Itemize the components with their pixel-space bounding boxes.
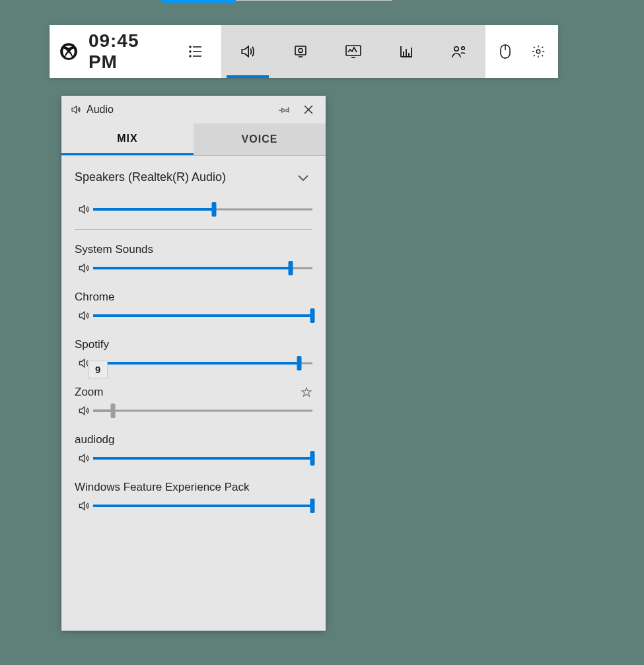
volume-icon[interactable] — [75, 203, 93, 216]
app-label: Chrome — [75, 291, 312, 304]
svg-point-18 — [454, 47, 458, 51]
star-icon[interactable] — [301, 386, 312, 398]
pin-button[interactable] — [273, 98, 297, 122]
app-volume-audiodg: audiodg — [75, 433, 312, 466]
output-device-selector[interactable]: Speakers (Realtek(R) Audio) — [75, 170, 312, 184]
app-label: audiodg — [75, 433, 312, 446]
app-name: Windows Feature Experience Pack — [75, 481, 250, 494]
svg-point-1 — [190, 46, 191, 48]
app-volume-spotify: Spotify9 — [75, 338, 312, 371]
svg-point-3 — [190, 51, 191, 52]
widgets-list-button[interactable] — [182, 25, 208, 78]
svg-point-22 — [536, 50, 540, 53]
audio-tabs: MIX VOICE — [61, 123, 326, 156]
audio-panel-header: Audio — [61, 96, 326, 123]
app-volume-slider[interactable] — [93, 403, 312, 419]
app-volume-windows-feature-experience-pack: Windows Feature Experience Pack — [75, 481, 312, 514]
volume-icon[interactable] — [75, 499, 93, 512]
separator — [75, 229, 312, 230]
app-volume-slider[interactable] — [93, 308, 312, 324]
app-label: Spotify — [75, 338, 312, 351]
app-name: Spotify — [75, 338, 109, 351]
master-volume-row — [75, 201, 312, 217]
svg-rect-10 — [346, 46, 361, 55]
app-volume-slider[interactable] — [93, 355, 312, 371]
tab-voice[interactable]: VOICE — [194, 123, 326, 155]
app-label: Windows Feature Experience Pack — [75, 481, 312, 494]
app-volume-row — [75, 260, 312, 276]
app-volume-row — [75, 498, 312, 514]
app-volume-row — [75, 403, 312, 419]
clock-time: 09:45 PM — [89, 30, 171, 73]
app-volume-row — [75, 450, 312, 466]
app-name: audiodg — [75, 433, 115, 446]
close-button[interactable] — [297, 98, 320, 122]
audio-button[interactable] — [221, 25, 274, 78]
app-volume-row — [75, 308, 312, 324]
settings-button[interactable] — [522, 25, 555, 78]
xbox-social-button[interactable] — [433, 25, 485, 78]
output-device-name: Speakers (Realtek(R) Audio) — [75, 170, 226, 184]
audio-content: Speakers (Realtek(R) Audio) System Sound… — [61, 156, 326, 631]
volume-icon[interactable] — [75, 404, 93, 417]
volume-icon[interactable] — [75, 262, 93, 275]
master-volume-slider[interactable] — [93, 201, 312, 217]
top-divider — [236, 0, 392, 1]
svg-point-5 — [190, 55, 191, 57]
toolbar-mid-section — [221, 25, 485, 78]
game-bar-toolbar: 09:45 PM — [50, 25, 558, 78]
capture-button[interactable] — [274, 25, 327, 78]
audio-panel: Audio MIX VOICE Speakers (Realtek(R) Aud… — [61, 96, 326, 631]
volume-icon[interactable] — [75, 309, 93, 322]
svg-rect-7 — [295, 46, 306, 55]
performance-button[interactable] — [327, 25, 380, 78]
toolbar-left-section: 09:45 PM — [50, 25, 221, 78]
resources-button[interactable] — [380, 25, 433, 78]
xbox-icon[interactable] — [59, 42, 79, 61]
app-label: Zoom — [75, 386, 312, 399]
app-volume-slider[interactable] — [93, 450, 312, 466]
app-name: Chrome — [75, 291, 114, 304]
slider-tooltip: 9 — [88, 361, 108, 378]
app-name: Zoom — [75, 386, 103, 399]
app-volume-chrome: Chrome — [75, 291, 312, 324]
tab-mix[interactable]: MIX — [61, 123, 194, 155]
app-volume-zoom: Zoom — [75, 386, 312, 419]
app-volume-system-sounds: System Sounds — [75, 243, 312, 276]
app-volume-slider[interactable] — [93, 260, 312, 276]
app-volume-row — [75, 355, 312, 371]
app-volume-slider[interactable] — [93, 498, 312, 514]
mouse-button[interactable] — [489, 25, 522, 78]
svg-point-19 — [462, 47, 465, 50]
app-name: System Sounds — [75, 243, 153, 256]
svg-point-8 — [299, 49, 303, 53]
volume-icon[interactable] — [75, 452, 93, 465]
audio-panel-title: Audio — [85, 104, 273, 116]
top-accent-bar — [162, 0, 236, 3]
toolbar-right-section — [485, 25, 558, 78]
app-label: System Sounds — [75, 243, 312, 256]
chevron-down-icon — [297, 173, 312, 182]
speaker-icon — [67, 104, 85, 116]
